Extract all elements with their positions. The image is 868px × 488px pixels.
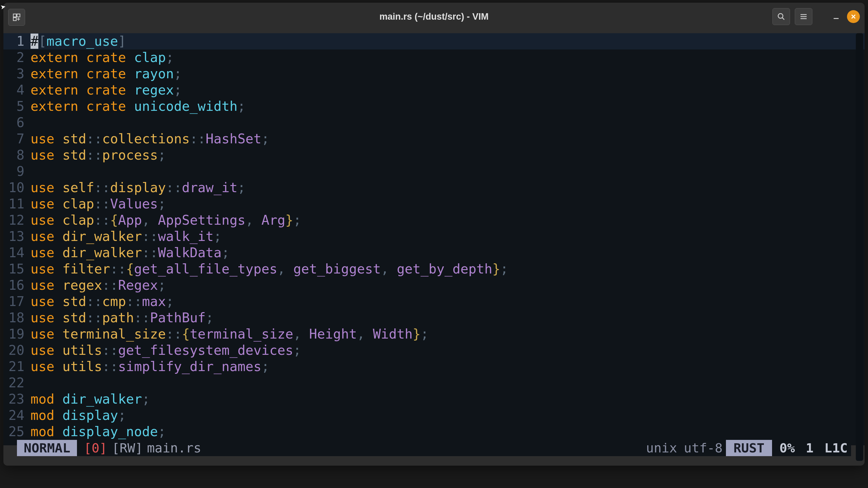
line-number: 15 xyxy=(3,261,31,277)
line-number: 14 xyxy=(3,245,31,261)
scrollbar[interactable] xyxy=(856,33,863,461)
line-number: 17 xyxy=(3,293,31,310)
code-content[interactable]: use regex::Regex; xyxy=(31,277,166,293)
editor-area[interactable]: 1#[macro_use]2extern crate clap;3extern … xyxy=(3,33,865,445)
minimize-button[interactable] xyxy=(830,11,842,23)
statusbar: NORMAL [0] [RW] main.rs unix utf-8 RUST … xyxy=(17,440,851,456)
code-content[interactable]: use std::collections::HashSet; xyxy=(31,131,269,147)
code-content[interactable]: extern crate rayon; xyxy=(31,66,182,82)
status-language: RUST xyxy=(726,440,772,456)
code-line[interactable]: 8use std::process; xyxy=(3,147,865,163)
code-line[interactable]: 25mod display_node; xyxy=(3,424,865,440)
code-line[interactable]: 6 xyxy=(3,115,865,131)
code-line[interactable]: 13use dir_walker::walk_it; xyxy=(3,228,865,245)
code-content[interactable]: use terminal_size::{terminal_size, Heigh… xyxy=(31,326,429,342)
line-number: 24 xyxy=(3,407,31,424)
code-content[interactable]: extern crate regex; xyxy=(31,82,182,98)
code-content[interactable]: mod display_node; xyxy=(31,424,166,440)
line-number: 9 xyxy=(3,163,31,180)
code-content[interactable]: use std::process; xyxy=(31,147,166,163)
close-button[interactable] xyxy=(847,10,860,23)
svg-rect-2 xyxy=(13,18,16,21)
code-line[interactable]: 19use terminal_size::{terminal_size, Hei… xyxy=(3,326,865,342)
line-number: 3 xyxy=(3,66,31,82)
code-line[interactable]: 4extern crate regex; xyxy=(3,82,865,98)
line-number: 4 xyxy=(3,82,31,98)
code-content[interactable]: use std::path::PathBuf; xyxy=(31,310,214,326)
line-number: 19 xyxy=(3,326,31,342)
status-buffer-number: [0] xyxy=(77,441,111,455)
menu-button[interactable] xyxy=(795,8,812,25)
code-line[interactable]: 5extern crate unicode_width; xyxy=(3,98,865,115)
line-number: 8 xyxy=(3,147,31,163)
code-content[interactable]: use self::display::draw_it; xyxy=(31,180,245,196)
line-number: 12 xyxy=(3,212,31,228)
code-content[interactable]: mod display; xyxy=(31,407,126,424)
code-line[interactable]: 14use dir_walker::WalkData; xyxy=(3,245,865,261)
svg-point-5 xyxy=(778,14,783,18)
code-content[interactable]: use clap::Values; xyxy=(31,196,166,212)
line-number: 5 xyxy=(3,98,31,115)
line-number: 16 xyxy=(3,277,31,293)
line-number: 10 xyxy=(3,180,31,196)
code-line[interactable]: 23mod dir_walker; xyxy=(3,391,865,407)
code-content[interactable]: mod dir_walker; xyxy=(31,391,150,407)
code-content[interactable]: use clap::{App, AppSettings, Arg}; xyxy=(31,212,301,228)
status-encoding: utf-8 xyxy=(680,441,726,455)
code-line[interactable]: 12use clap::{App, AppSettings, Arg}; xyxy=(3,212,865,228)
code-content[interactable]: use dir_walker::WalkData; xyxy=(31,245,230,261)
code-line[interactable]: 24mod display; xyxy=(3,407,865,424)
window-title: main.rs (~/dust/src) - VIM xyxy=(379,12,489,22)
code-line[interactable]: 9 xyxy=(3,163,865,180)
line-number: 23 xyxy=(3,391,31,407)
status-percent: 0% xyxy=(772,441,798,455)
code-content[interactable]: extern crate unicode_width; xyxy=(31,98,245,115)
code-line[interactable]: 16use regex::Regex; xyxy=(3,277,865,293)
code-content[interactable]: use dir_walker::walk_it; xyxy=(31,228,222,245)
code-content[interactable]: use utils::get_filesystem_devices; xyxy=(31,342,301,359)
titlebar[interactable]: main.rs (~/dust/src) - VIM xyxy=(3,3,865,30)
line-number: 13 xyxy=(3,228,31,245)
svg-rect-0 xyxy=(13,14,16,17)
status-readwrite: [RW] xyxy=(111,441,144,455)
line-number: 7 xyxy=(3,131,31,147)
line-number: 25 xyxy=(3,424,31,440)
svg-line-6 xyxy=(782,18,784,20)
line-number: 18 xyxy=(3,310,31,326)
code-line[interactable]: 7use std::collections::HashSet; xyxy=(3,131,865,147)
status-os: unix xyxy=(643,441,680,455)
line-number: 11 xyxy=(3,196,31,212)
svg-rect-1 xyxy=(17,14,20,17)
code-line[interactable]: 17use std::cmp::max; xyxy=(3,293,865,310)
code-line[interactable]: 18use std::path::PathBuf; xyxy=(3,310,865,326)
code-content[interactable]: #[macro_use] xyxy=(31,33,126,49)
search-button[interactable] xyxy=(772,8,790,25)
line-number: 22 xyxy=(3,375,31,391)
line-number: 6 xyxy=(3,115,31,131)
status-column: L1C xyxy=(817,441,851,455)
code-line[interactable]: 2extern crate clap; xyxy=(3,49,865,66)
code-line[interactable]: 22 xyxy=(3,375,865,391)
code-content[interactable]: use filter::{get_all_file_types, get_big… xyxy=(31,261,508,277)
code-content[interactable]: extern crate clap; xyxy=(31,49,174,66)
line-number: 2 xyxy=(3,49,31,66)
code-content[interactable]: use std::cmp::max; xyxy=(31,293,174,310)
code-line[interactable]: 21use utils::simplify_dir_names; xyxy=(3,359,865,375)
code-line[interactable]: 3extern crate rayon; xyxy=(3,66,865,82)
code-line[interactable]: 11use clap::Values; xyxy=(3,196,865,212)
app-icon[interactable] xyxy=(8,9,25,26)
code-line[interactable]: 15use filter::{get_all_file_types, get_b… xyxy=(3,261,865,277)
line-number: 1 xyxy=(3,33,31,49)
status-line: 1 xyxy=(798,441,817,455)
status-mode: NORMAL xyxy=(17,440,77,456)
code-line[interactable]: 20use utils::get_filesystem_devices; xyxy=(3,342,865,359)
status-filename: main.rs xyxy=(144,441,204,455)
line-number: 20 xyxy=(3,342,31,359)
code-line[interactable]: 10use self::display::draw_it; xyxy=(3,180,865,196)
line-number: 21 xyxy=(3,359,31,375)
code-line[interactable]: 1#[macro_use] xyxy=(3,33,865,49)
code-content[interactable]: use utils::simplify_dir_names; xyxy=(31,359,269,375)
vim-window: main.rs (~/dust/src) - VIM 1#[macro_use]… xyxy=(3,3,865,466)
